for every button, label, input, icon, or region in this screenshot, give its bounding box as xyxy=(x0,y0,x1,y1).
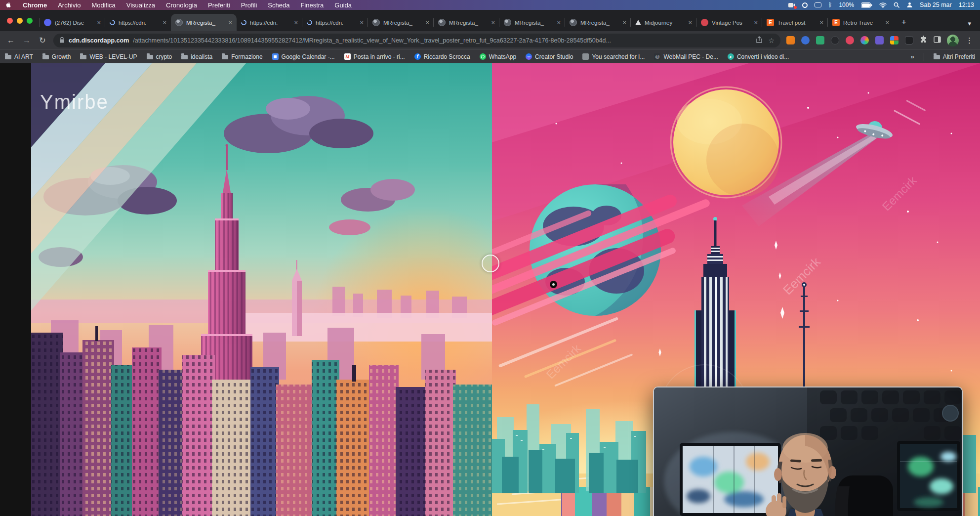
menu-item-modifica[interactable]: Modifica xyxy=(91,1,115,9)
tab-etsy-travel[interactable]: ETravel post× xyxy=(762,14,828,31)
menu-item-chrome[interactable]: Chrome xyxy=(23,1,47,9)
bookmark-folder-crypto[interactable]: crypto xyxy=(147,53,172,60)
bluetooth-icon[interactable]: ᛒ xyxy=(828,2,832,8)
menu-date[interactable]: Sab 25 mar xyxy=(920,1,952,8)
menu-status-cluster: ᛒ 100% Sab 25 mar 12:13 xyxy=(788,1,974,8)
bookmark-folder-growth[interactable]: Growth xyxy=(42,53,71,60)
extension-icon[interactable] xyxy=(831,36,839,44)
tab-cdn-1[interactable]: https://cdn.× xyxy=(105,14,171,31)
menu-item-cronologia[interactable]: Cronologia xyxy=(166,1,197,9)
extension-icon[interactable] xyxy=(816,36,824,44)
wifi-icon[interactable] xyxy=(879,2,887,8)
menu-item-guida[interactable]: Guida xyxy=(334,1,352,9)
close-tab-icon[interactable]: × xyxy=(622,19,626,26)
chrome-menu-icon[interactable]: ⋮ xyxy=(965,36,974,45)
google-apps-extension-icon[interactable] xyxy=(890,36,898,44)
folder-icon xyxy=(147,55,153,59)
webcam-pip-overlay[interactable] xyxy=(653,387,963,516)
bookmark-you-searched[interactable]: You searched for I... xyxy=(582,53,645,60)
close-tab-icon[interactable]: × xyxy=(491,19,495,26)
bookmarks-overflow-chevron[interactable]: » xyxy=(910,53,914,60)
close-tab-icon[interactable]: × xyxy=(688,19,692,26)
extension-icon[interactable] xyxy=(801,36,810,44)
close-tab-icon[interactable]: × xyxy=(425,19,429,26)
tab-mrregista-2[interactable]: MRregista_× xyxy=(368,14,434,31)
extension-icon[interactable] xyxy=(860,36,869,44)
tab-cdn-3[interactable]: https://cdn.× xyxy=(302,14,368,31)
other-bookmarks-folder[interactable]: Altri Preferiti xyxy=(934,53,975,60)
close-tab-icon[interactable]: × xyxy=(294,19,298,26)
tab-mrregista-active[interactable]: MRregista_× xyxy=(171,14,237,31)
menu-item-scheda[interactable]: Scheda xyxy=(268,1,289,9)
tab-mrregista-4[interactable]: MRregista_× xyxy=(499,14,565,31)
close-tab-icon[interactable]: × xyxy=(163,19,166,26)
user-switch-icon[interactable] xyxy=(906,2,913,8)
globe-favicon-icon xyxy=(438,19,446,26)
url-path: /attachments/1013512335442333816/1089144… xyxy=(133,37,752,44)
display-status-icon[interactable] xyxy=(815,2,821,7)
tab-strip: (2762) Disc× https://cdn.× MRregista_× h… xyxy=(0,10,980,31)
apple-menu-icon[interactable] xyxy=(6,2,12,8)
close-tab-icon[interactable]: × xyxy=(754,19,758,26)
bookmark-gmail-inbox[interactable]: MPosta in arrivo - ri... xyxy=(344,53,405,60)
forward-button[interactable]: → xyxy=(22,36,32,45)
folder-icon xyxy=(934,55,940,59)
menu-item-finestra[interactable]: Finestra xyxy=(300,1,324,9)
close-tab-icon[interactable]: × xyxy=(885,19,889,26)
share-icon[interactable] xyxy=(756,36,762,45)
extensions-puzzle-icon[interactable] xyxy=(920,36,927,45)
tab-vintage-posters[interactable]: Vintage Pos× xyxy=(696,14,762,31)
bookmark-folder-web-level-up[interactable]: WEB - LEVEL-UP xyxy=(80,53,137,60)
bookmark-whatsapp[interactable]: WhatsApp xyxy=(480,53,516,60)
reload-button[interactable]: ↻ xyxy=(38,36,47,45)
tab-mrregista-5[interactable]: MRregista_× xyxy=(565,14,631,31)
close-tab-icon[interactable]: × xyxy=(360,19,364,26)
tab-cdn-2[interactable]: https://cdn.× xyxy=(237,14,302,31)
zoom-window-button[interactable] xyxy=(27,18,33,24)
battery-icon[interactable] xyxy=(861,2,872,8)
globe-favicon-icon xyxy=(570,19,577,26)
bookmark-folder-ai-art[interactable]: AI ART xyxy=(5,53,33,60)
close-tab-icon[interactable]: × xyxy=(557,19,561,26)
close-tab-icon[interactable]: × xyxy=(97,19,101,26)
menu-item-visualizza[interactable]: Visualizza xyxy=(126,1,155,9)
bookmark-facebook-profile[interactable]: fRiccardo Scrocca xyxy=(414,53,470,60)
loading-favicon-icon xyxy=(306,19,314,27)
bookmark-webmail-pec[interactable]: @WebMail PEC - De... xyxy=(654,53,718,60)
bookmark-converti-video[interactable]: ▶Converti i video di... xyxy=(728,53,789,60)
close-tab-icon[interactable]: × xyxy=(228,19,232,26)
extension-icon[interactable] xyxy=(846,36,854,44)
tab-search-chevron-icon[interactable]: ▾ xyxy=(968,20,971,27)
bookmark-google-calendar[interactable]: Google Calendar -... xyxy=(272,53,335,60)
bookmark-folder-formazione[interactable]: Formazione xyxy=(222,53,262,60)
screen-recording-icon[interactable] xyxy=(788,2,795,8)
bookmark-folder-idealista[interactable]: idealista xyxy=(181,53,212,60)
address-bar[interactable]: cdn.discordapp.com /attachments/10135123… xyxy=(53,34,780,47)
nyc-poster-image[interactable]: Ymirbe xyxy=(31,63,492,516)
minimize-window-button[interactable] xyxy=(17,18,23,24)
shield-status-icon[interactable] xyxy=(802,2,808,8)
extension-icon[interactable] xyxy=(875,36,884,44)
bookmark-star-icon[interactable]: ☆ xyxy=(768,37,775,44)
globe-favicon-icon xyxy=(504,19,511,26)
extension-icon[interactable] xyxy=(905,36,913,44)
menu-item-profili[interactable]: Profili xyxy=(241,1,257,9)
side-panel-icon[interactable] xyxy=(934,36,941,45)
spotlight-search-icon[interactable] xyxy=(894,2,899,8)
tab-etsy-retro[interactable]: ERetro Trave× xyxy=(828,14,894,31)
tab-discord[interactable]: (2762) Disc× xyxy=(40,14,105,31)
tab-mrregista-3[interactable]: MRregista_× xyxy=(434,14,499,31)
window-controls xyxy=(7,10,33,31)
tab-midjourney[interactable]: Midjourney× xyxy=(631,14,696,31)
bookmark-creator-studio[interactable]: ∞Creator Studio xyxy=(526,53,573,60)
close-tab-icon[interactable]: × xyxy=(819,19,823,26)
profile-avatar[interactable] xyxy=(947,35,959,46)
new-tab-button[interactable]: + xyxy=(898,16,910,29)
menu-item-preferiti[interactable]: Preferiti xyxy=(208,1,230,9)
menu-item-archivio[interactable]: Archivio xyxy=(58,1,81,9)
menu-time[interactable]: 12:13 xyxy=(959,1,974,8)
metamask-extension-icon[interactable] xyxy=(786,36,795,44)
close-window-button[interactable] xyxy=(7,18,13,24)
gmail-icon: M xyxy=(344,53,351,60)
back-button[interactable]: ← xyxy=(6,36,16,45)
